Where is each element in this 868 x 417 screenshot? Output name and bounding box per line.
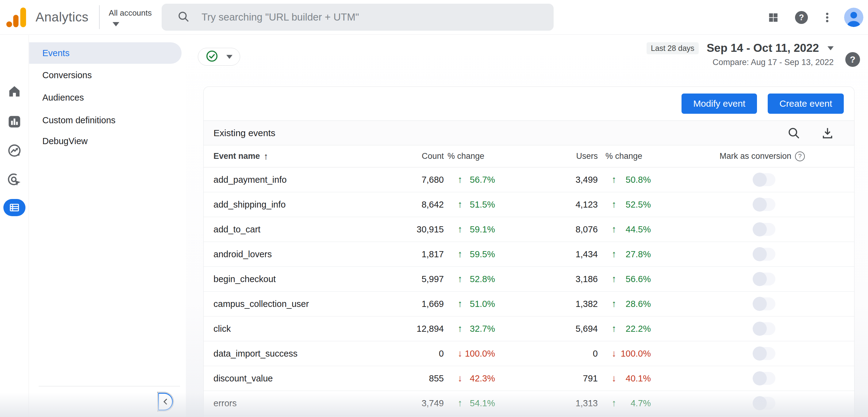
event-name-cell: add_to_cart <box>204 224 380 234</box>
trend-arrow-icon: ↑ <box>458 249 463 260</box>
column-header-users-change[interactable]: % change <box>598 152 651 161</box>
chevron-down-icon <box>828 46 834 50</box>
event-name-cell: discount_value <box>204 374 380 384</box>
configure-icon[interactable] <box>3 199 26 216</box>
sidebar-item-custom-definitions[interactable]: Custom definitions <box>29 109 182 131</box>
count-change-cell: ↑ 54.1% <box>444 398 495 409</box>
home-icon[interactable] <box>0 84 29 99</box>
users-cell: 5,694 <box>495 324 598 334</box>
count-cell: 8,642 <box>380 200 444 210</box>
users-change-cell: ↑ 56.6% <box>598 274 651 285</box>
search-input[interactable]: Try searching "URL builder + UTM" <box>162 4 554 31</box>
count-change-cell: ↑ 51.0% <box>444 298 495 309</box>
collapse-sidebar-button[interactable] <box>158 393 173 411</box>
trend-arrow-icon: ↑ <box>612 323 617 334</box>
date-range-selector[interactable]: Last 28 days Sep 14 - Oct 11, 2022 Compa… <box>647 42 834 67</box>
sidebar-item-audiences[interactable]: Audiences <box>29 87 182 108</box>
column-header-count-change[interactable]: % change <box>444 152 495 161</box>
users-cell: 4,123 <box>495 200 598 210</box>
trend-arrow-icon: ↓ <box>612 348 617 359</box>
mark-as-conversion-toggle[interactable] <box>754 173 775 186</box>
mark-as-conversion-toggle[interactable] <box>754 272 775 285</box>
count-cell: 12,894 <box>380 324 444 334</box>
users-cell: 8,076 <box>495 224 598 234</box>
card-actions: Modify event Create event <box>204 87 854 121</box>
table-row: click 12,894 ↑ 32.7% 5,694 ↑ 22.2% <box>204 316 854 341</box>
users-change-cell: ↑ 44.5% <box>598 224 651 235</box>
sidebar-item-events[interactable]: Events <box>29 42 182 64</box>
table-body: add_payment_info 7,680 ↑ 56.7% 3,499 ↑ 5… <box>204 167 854 416</box>
event-name-cell: click <box>204 324 380 334</box>
table-row: discount_value 855 ↓ 42.3% 791 ↓ 40.1% <box>204 366 854 391</box>
mark-as-conversion-toggle[interactable] <box>754 198 775 211</box>
trend-arrow-icon: ↑ <box>612 249 617 260</box>
kebab-menu-icon[interactable] <box>821 11 834 24</box>
reports-icon[interactable] <box>0 114 29 129</box>
data-quality-chip[interactable] <box>198 48 240 66</box>
mark-as-conversion-cell <box>651 173 854 186</box>
count-change-cell: ↓ 100.0% <box>444 348 495 359</box>
trend-arrow-icon: ↑ <box>458 174 463 185</box>
avatar[interactable] <box>844 8 863 27</box>
mark-as-conversion-cell <box>651 397 854 410</box>
mark-as-conversion-toggle[interactable] <box>754 248 775 261</box>
trend-arrow-icon: ↓ <box>458 373 463 384</box>
mark-as-conversion-toggle[interactable] <box>754 397 775 410</box>
advertising-icon[interactable] <box>0 172 29 188</box>
mark-as-conversion-toggle[interactable] <box>754 347 775 360</box>
modify-event-button[interactable]: Modify event <box>682 94 757 114</box>
table-row: campus_collection_user 1,669 ↑ 51.0% 1,3… <box>204 292 854 316</box>
column-header-event-name[interactable]: Event name ↑ <box>204 151 380 162</box>
download-icon[interactable] <box>820 126 835 140</box>
users-change-cell: ↑ 52.5% <box>598 199 651 210</box>
column-header-mark-as-conversion: Mark as conversion ? <box>651 152 854 161</box>
column-header-users[interactable]: Users <box>495 152 598 161</box>
app-title: Analytics <box>36 10 89 25</box>
trend-arrow-icon: ↑ <box>458 274 463 285</box>
table-header-row: Event name ↑ Count % change Users % chan… <box>204 145 854 167</box>
event-name-cell: add_shipping_info <box>204 200 380 210</box>
help-icon[interactable]: ? <box>795 11 808 24</box>
help-icon[interactable]: ? <box>845 52 860 67</box>
users-cell: 1,434 <box>495 249 598 259</box>
table-row: add_payment_info 7,680 ↑ 56.7% 3,499 ↑ 5… <box>204 167 854 192</box>
users-cell: 791 <box>495 374 598 384</box>
sort-ascending-icon: ↑ <box>264 151 268 162</box>
create-event-button[interactable]: Create event <box>768 94 844 114</box>
users-cell: 3,499 <box>495 175 598 185</box>
mark-as-conversion-toggle[interactable] <box>754 322 775 335</box>
mark-as-conversion-toggle[interactable] <box>754 297 775 310</box>
trend-arrow-icon: ↑ <box>458 398 463 409</box>
trend-arrow-icon: ↑ <box>458 224 463 235</box>
sidebar-item-debugview[interactable]: DebugView <box>29 130 182 152</box>
sidebar-divider <box>39 386 180 386</box>
trend-arrow-icon: ↑ <box>612 174 617 185</box>
sidebar-item-conversions[interactable]: Conversions <box>29 64 182 86</box>
mark-as-conversion-toggle[interactable] <box>754 223 775 236</box>
column-header-count[interactable]: Count <box>380 152 444 161</box>
event-name-cell: add_payment_info <box>204 175 380 185</box>
trend-arrow-icon: ↑ <box>458 199 463 210</box>
table-search-icon[interactable] <box>787 126 801 140</box>
date-range-badge: Last 28 days <box>647 42 699 54</box>
users-cell: 1,313 <box>495 398 598 409</box>
help-icon[interactable]: ? <box>795 152 805 161</box>
apps-grid-icon[interactable] <box>767 12 779 23</box>
trend-arrow-icon: ↑ <box>612 398 617 409</box>
count-cell: 30,915 <box>380 224 444 234</box>
event-name-cell: campus_collection_user <box>204 299 380 309</box>
search-icon <box>177 10 190 24</box>
date-range-text: Sep 14 - Oct 11, 2022 <box>707 42 819 55</box>
mark-as-conversion-cell <box>651 248 854 261</box>
explore-icon[interactable] <box>0 143 29 158</box>
trend-arrow-icon: ↑ <box>612 199 617 210</box>
account-selector[interactable]: All accounts <box>109 8 152 26</box>
main-content: Last 28 days Sep 14 - Oct 11, 2022 Compa… <box>186 35 868 417</box>
analytics-logo-icon <box>5 6 26 29</box>
event-name-cell: android_lovers <box>204 249 380 259</box>
event-name-cell: begin_checkout <box>204 274 380 284</box>
table-title: Existing events <box>214 128 275 138</box>
divider <box>99 5 100 29</box>
mark-as-conversion-toggle[interactable] <box>754 372 775 385</box>
trend-arrow-icon: ↑ <box>612 274 617 285</box>
